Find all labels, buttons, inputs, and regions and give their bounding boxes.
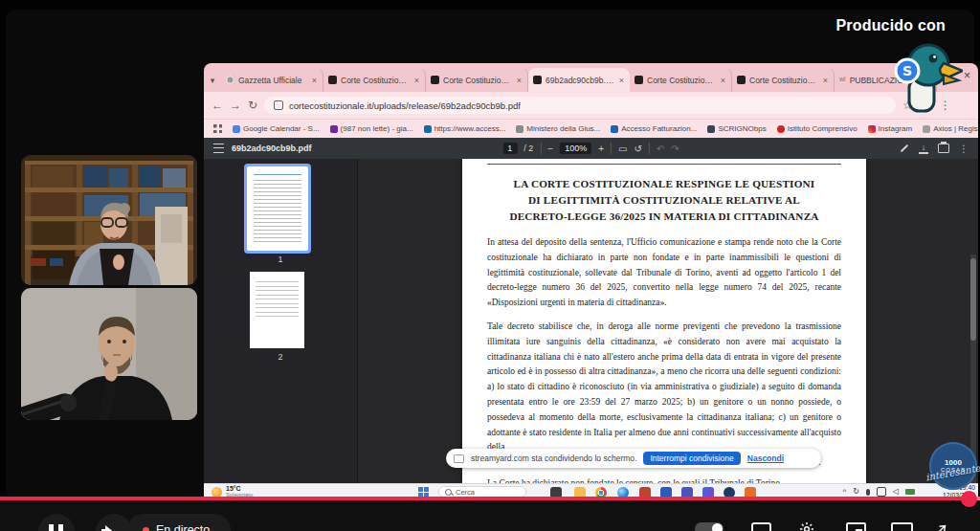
tab-pdf-active[interactable]: 69b2adc90cb9b.pdf × <box>528 68 630 92</box>
thumbnail-text-lines <box>256 281 299 320</box>
paragraph-3: La Corte ha dichiarato non fondate le ce… <box>487 476 841 483</box>
apps-grid-icon[interactable] <box>213 124 222 133</box>
bookmark-fatturazione[interactable]: Accesso Fatturazion... <box>611 124 697 133</box>
zoom-in-button[interactable]: + <box>598 144 604 154</box>
tab-close-icon[interactable]: × <box>516 76 523 85</box>
phone-link-icon[interactable] <box>877 487 886 497</box>
zoom-level-value[interactable]: 100% <box>560 143 591 154</box>
theater-mode-button[interactable] <box>891 522 913 531</box>
page-number-input[interactable]: 1 <box>502 143 517 154</box>
pdf-menu-icon[interactable] <box>213 144 224 153</box>
instagram-favicon-icon <box>868 125 876 133</box>
press-release-title: LA CORTE COSTITUZIONALE RESPINGE LE QUES… <box>487 176 841 225</box>
tab-gazzetta-ufficiale[interactable]: Gazzetta Ufficiale × <box>221 68 323 92</box>
bookmark-axios[interactable]: Axios | Registro Elet... <box>923 124 978 133</box>
pdf-content-area: 1 2 LA CORTE COSTITUZIONALE RESPINGE LE … <box>204 159 978 483</box>
bookmark-mail[interactable]: (987 non lette) - gia... <box>330 124 413 133</box>
live-indicator: En directo <box>127 514 231 531</box>
forward-button[interactable]: → <box>230 100 241 111</box>
tab-close-icon[interactable]: × <box>720 76 726 85</box>
pdf-toolbar: 69b2adc90cb9b.pdf 1 / 2 − 100% + ▭ ↺ ↶ ↷… <box>204 138 978 159</box>
pdf-filename: 69b2adc90cb9b.pdf <box>232 144 312 153</box>
tab-corte-costituzionale-3[interactable]: Corte Costituzionale × <box>630 68 732 92</box>
thumb-2-label: 2 <box>204 352 357 362</box>
speaker-cone-icon <box>105 525 115 531</box>
tab-close-icon[interactable]: × <box>311 76 318 85</box>
window-close-button[interactable]: × <box>964 69 970 82</box>
tab-corte-costituzionale-1[interactable]: Corte Costituzionale × <box>323 68 426 92</box>
pause-icon <box>49 524 64 531</box>
miniplayer-button[interactable] <box>846 522 866 531</box>
tab-search-chevron-icon[interactable]: ▾ <box>204 68 221 92</box>
tab-corte-costituzionale-2[interactable]: Corte Costituzionale × <box>426 68 528 92</box>
scrollbar-thumb[interactable] <box>970 258 976 341</box>
reload-button[interactable]: ↻ <box>248 100 257 111</box>
page-count-label: / 2 <box>523 144 533 153</box>
thumbnail-text-lines <box>254 180 301 243</box>
pdf-scrollbar[interactable] <box>970 254 976 483</box>
produced-with-label: Producido con <box>835 17 946 34</box>
tab-close-icon[interactable]: × <box>618 76 625 85</box>
windows-start-button[interactable] <box>418 487 429 498</box>
bookmark-google-calendar[interactable]: Google Calendar - S... <box>233 124 320 133</box>
address-bar[interactable]: cortecostituzionale.it/uploads/release/6… <box>264 97 896 114</box>
tab-corte-costituzionale-4[interactable]: Corte Costituzionale × <box>732 68 835 92</box>
fullscreen-button[interactable] <box>933 522 948 531</box>
calendar-favicon-icon <box>233 125 240 133</box>
site-info-icon[interactable] <box>274 100 283 110</box>
hidden-icons-chevron[interactable]: ^ <box>842 488 846 496</box>
divider <box>649 143 650 154</box>
back-button[interactable]: ← <box>212 100 223 111</box>
paragraph-2: Tale decreto stabilisce che, in deroga a… <box>487 320 841 455</box>
autoplay-toggle[interactable] <box>695 522 724 531</box>
battery-icon[interactable] <box>905 489 915 495</box>
pdf-more-menu-icon[interactable]: ⋮ <box>959 144 969 154</box>
browser-toolbar: ← → ↻ cortecostituzionale.it/uploads/rel… <box>204 92 978 119</box>
video-progress-bar[interactable] <box>0 497 980 500</box>
corte-favicon-icon <box>431 76 439 84</box>
fit-page-button[interactable]: ▭ <box>618 144 627 154</box>
redo-button[interactable]: ↷ <box>671 144 679 154</box>
letterhead-rule <box>487 164 841 165</box>
screen-share-icon <box>454 454 464 463</box>
bookmark-ministero[interactable]: Ministero della Gius... <box>516 124 600 133</box>
subtitles-button[interactable] <box>751 522 771 531</box>
zoom-out-button[interactable]: − <box>547 144 553 154</box>
pause-button[interactable] <box>38 514 75 531</box>
bookmark-istituto[interactable]: Istituto Comprensivo <box>777 124 858 133</box>
microphone-tray-icon[interactable] <box>866 489 870 496</box>
tab-close-icon[interactable]: × <box>822 76 829 85</box>
stop-sharing-button[interactable]: Interrompi condivisione <box>643 452 740 465</box>
screen-share-browser-window: ▾ Gazzetta Ufficiale × Corte Costituzion… <box>204 63 978 498</box>
tab-close-icon[interactable]: × <box>413 76 420 85</box>
download-icon[interactable]: ↓ <box>919 144 928 154</box>
speaker-icon[interactable]: ◁ <box>893 488 899 496</box>
corte-favicon-icon <box>635 76 643 84</box>
pdf-action-buttons: ↓ ⋮ <box>900 144 969 154</box>
annotate-pen-icon[interactable] <box>901 144 908 152</box>
url-text: cortecostituzionale.it/uploads/release/6… <box>289 100 521 111</box>
bookmarks-bar: Google Calendar - S... (987 non lette) -… <box>204 119 978 138</box>
webcam-guest-2 <box>21 288 197 420</box>
sun-weather-icon <box>212 487 222 498</box>
webcam-guest-1 <box>21 155 197 285</box>
svg-text:S: S <box>902 63 912 78</box>
screen-share-banner: streamyard.com sta condividendo lo scher… <box>446 449 821 468</box>
print-icon[interactable] <box>938 144 949 153</box>
scrigno-favicon-icon <box>707 125 715 133</box>
corte-favicon-icon <box>328 76 337 84</box>
undo-button[interactable]: ↶ <box>657 144 664 154</box>
bookmark-access[interactable]: https://www.access... <box>424 124 506 133</box>
rotate-button[interactable]: ↺ <box>635 144 642 154</box>
pdf-thumbnail-panel: 1 2 <box>204 159 358 483</box>
settings-gear-icon[interactable] <box>798 522 815 531</box>
page-1-thumbnail[interactable] <box>247 166 308 251</box>
page-2-thumbnail[interactable] <box>250 272 304 348</box>
hide-banner-link[interactable]: Nascondi <box>747 454 784 463</box>
bookmark-instagram[interactable]: Instagram <box>868 124 913 133</box>
bookmark-scrigno[interactable]: SCRIGNObps <box>707 124 766 133</box>
divider <box>611 143 612 154</box>
sync-icon[interactable]: ↻ <box>853 488 859 496</box>
axios-favicon-icon <box>923 125 930 133</box>
progress-scrubber-handle[interactable] <box>961 491 977 507</box>
